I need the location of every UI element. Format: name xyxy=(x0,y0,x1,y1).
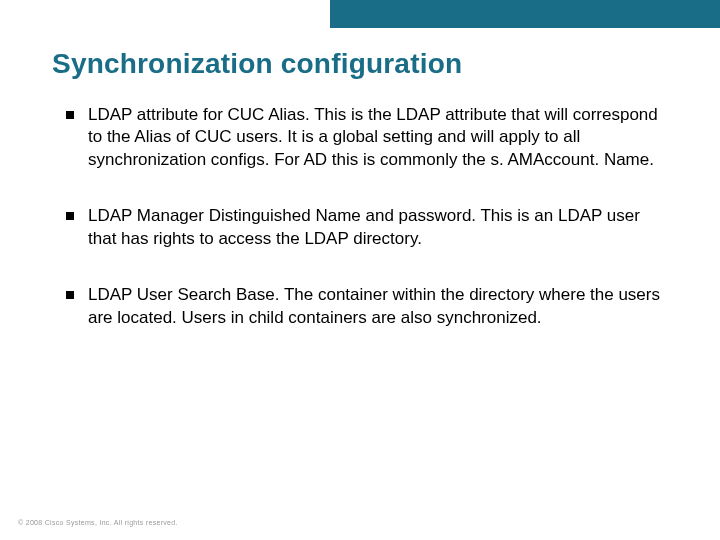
slide-title: Synchronization configuration xyxy=(52,48,462,80)
bullet-text: LDAP attribute for CUC Alias. This is th… xyxy=(88,105,658,169)
header-accent-bar xyxy=(330,0,720,28)
list-item: LDAP User Search Base. The container wit… xyxy=(60,284,670,329)
list-item: LDAP Manager Distinguished Name and pass… xyxy=(60,205,670,250)
list-item: LDAP attribute for CUC Alias. This is th… xyxy=(60,104,670,171)
bullet-text: LDAP Manager Distinguished Name and pass… xyxy=(88,206,640,247)
bullet-text: LDAP User Search Base. The container wit… xyxy=(88,285,660,326)
copyright-footer: © 2008 Cisco Systems, Inc. All rights re… xyxy=(18,519,178,526)
slide-body: LDAP attribute for CUC Alias. This is th… xyxy=(60,104,670,363)
